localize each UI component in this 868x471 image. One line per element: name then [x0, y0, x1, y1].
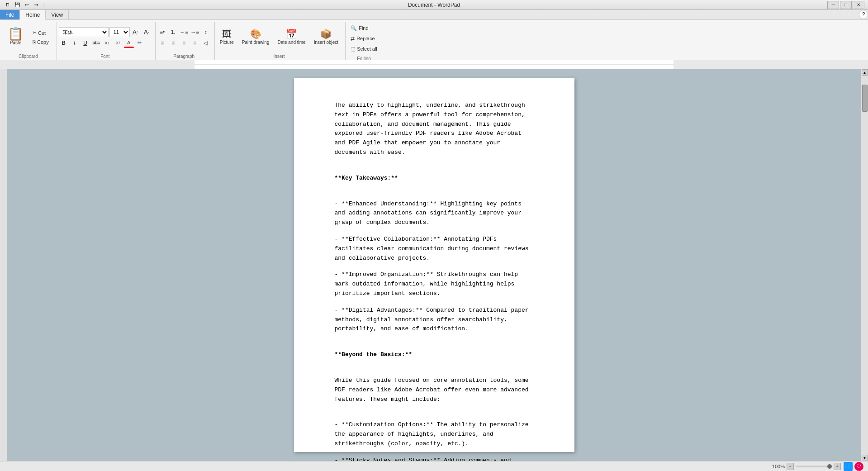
copy-label: Copy [37, 39, 49, 45]
scroll-down-button[interactable]: ▼ [862, 455, 868, 461]
select-icon: ⬚ [351, 46, 355, 52]
find-button[interactable]: 🔍 Find [347, 24, 380, 33]
para-row2: ≡ ≡ ≡ ≡ ◁ [157, 38, 211, 48]
insert-label: Insert [217, 54, 342, 60]
gap-5 [335, 411, 534, 420]
paragraph-digital: - **Digital Advantages:** Compared to tr… [335, 306, 534, 334]
scroll-thumb[interactable] [862, 85, 868, 112]
insert-buttons: 🖼 Picture 🎨 Paint drawing 📅 Date and tim… [217, 22, 342, 53]
gap-2 [335, 190, 534, 200]
zoom-out-button[interactable]: − [787, 463, 794, 470]
font-controls: 宋体 11 A+ A- B I U abc X₂ X² A ✏ [59, 22, 152, 53]
paste-button[interactable]: 📋 Paste [4, 22, 28, 51]
font-row2: B I U abc X₂ X² A ✏ [59, 38, 152, 48]
cut-button[interactable]: ✂ Cut [30, 29, 51, 37]
paint-button[interactable]: 🎨 Paint drawing [239, 24, 273, 51]
editing-controls: 🔍 Find ⇄ Replace ⬚ Select all [347, 22, 380, 55]
paint-icon: 🎨 [250, 29, 261, 38]
tabs-spacer [69, 10, 859, 19]
paragraph-label: Paragraph [157, 54, 211, 60]
picture-button[interactable]: 🖼 Picture [217, 24, 237, 51]
window-title: Document - WordPad [408, 2, 460, 8]
ruler-svg [194, 60, 674, 69]
zoom-thumb[interactable] [827, 464, 832, 469]
paste-label: Paste [10, 40, 22, 46]
strikethrough-button[interactable]: abc [91, 38, 101, 48]
title-bar-left: 🗒 💾 ↩ ↪ | [4, 1, 49, 9]
picture-icon: 🖼 [222, 29, 231, 38]
right-scrollbar[interactable]: ▲ ▼ [861, 69, 868, 461]
select-all-button[interactable]: ⬚ Select all [347, 44, 380, 53]
save-button[interactable]: 💾 [13, 1, 21, 9]
shrink-font-button[interactable]: A- [142, 27, 152, 37]
font-family-select[interactable]: 宋体 [59, 27, 109, 37]
grow-font-button[interactable]: A+ [131, 27, 141, 37]
replace-button[interactable]: ⇄ Replace [347, 34, 380, 43]
zoom-slider[interactable] [796, 466, 832, 467]
align-center-button[interactable]: ≡ [168, 38, 178, 48]
select-all-label: Select all [357, 46, 377, 52]
network-icon: 🌐 [844, 462, 853, 471]
decrease-indent-button[interactable]: ←≡ [179, 27, 189, 37]
font-size-select[interactable]: 11 [109, 27, 130, 37]
close-button[interactable]: ✕ [853, 1, 864, 9]
ribbon: File Home View ? 📋 Paste ✂ Cut ⎘ [0, 10, 868, 60]
superscript-button[interactable]: X² [113, 38, 123, 48]
copy-icon: ⎘ [33, 39, 36, 45]
align-left-button[interactable]: ≡ [157, 38, 167, 48]
redo-button[interactable]: ↪ [32, 1, 40, 9]
date-time-button[interactable]: 📅 Date and time [274, 24, 308, 51]
paragraph-sticky: - **Sticky Notes and Stamps:** Adding co… [335, 456, 534, 461]
font-label: Font [59, 54, 152, 60]
wordpad-icon[interactable]: 🗒 [4, 1, 12, 9]
content-area[interactable]: The ability to highlight, underline, and… [7, 69, 861, 461]
security-icon: 🛡 [854, 462, 863, 471]
align-right-button[interactable]: ≡ [179, 38, 189, 48]
tab-view[interactable]: View [46, 10, 69, 19]
ribbon-content: 📋 Paste ✂ Cut ⎘ Copy Clipboard [0, 20, 868, 60]
italic-button[interactable]: I [70, 38, 80, 48]
highlight-button[interactable]: ✏ [135, 38, 145, 48]
editing-group: 🔍 Find ⇄ Replace ⬚ Select all Editing [346, 22, 384, 60]
help-button[interactable]: ? [859, 10, 868, 19]
subscript-button[interactable]: X₂ [102, 38, 112, 48]
font-row1: 宋体 11 A+ A- [59, 27, 152, 37]
title-bar: 🗒 💾 ↩ ↪ | Document - WordPad ─ □ ✕ [0, 0, 868, 10]
clipboard-buttons: 📋 Paste ✂ Cut ⎘ Copy [4, 22, 53, 53]
tab-file[interactable]: File [0, 10, 20, 19]
increase-indent-button[interactable]: →≡ [190, 27, 200, 37]
scroll-track[interactable] [862, 76, 868, 455]
clipboard-group: 📋 Paste ✂ Cut ⎘ Copy Clipboard [2, 22, 57, 60]
replace-icon: ⇄ [351, 36, 355, 42]
paragraph-guide: While this guide focused on core annotat… [335, 376, 534, 404]
zoom-control: 100% − + [772, 463, 841, 470]
paragraph-beyond: **Beyond the Basics:** [335, 350, 534, 360]
ruler-inner [194, 60, 674, 69]
bold-button[interactable]: B [59, 38, 69, 48]
insert-object-button[interactable]: 📦 Insert object [311, 24, 342, 51]
document-page[interactable]: The ability to highlight, underline, and… [294, 78, 574, 452]
undo-button[interactable]: ↩ [23, 1, 31, 9]
rtl-button[interactable]: ◁ [201, 38, 211, 48]
paragraph-group: ≡• 1. ←≡ →≡ ↕ ≡ ≡ ≡ ≡ ◁ Paragraph [156, 22, 215, 60]
tab-home[interactable]: Home [20, 10, 46, 20]
bullets-button[interactable]: ≡• [157, 27, 167, 37]
para-row1: ≡• 1. ←≡ →≡ ↕ [157, 27, 211, 37]
insert-group: 🖼 Picture 🎨 Paint drawing 📅 Date and tim… [215, 22, 346, 60]
gap-3 [335, 341, 534, 350]
justify-button[interactable]: ≡ [190, 38, 200, 48]
maximize-button[interactable]: □ [840, 1, 852, 9]
gap-1 [335, 165, 534, 174]
numbering-button[interactable]: 1. [168, 27, 178, 37]
zoom-in-button[interactable]: + [834, 463, 841, 470]
replace-label: Replace [356, 36, 375, 41]
paste-icon: 📋 [8, 28, 24, 40]
copy-button[interactable]: ⎘ Copy [30, 38, 51, 46]
underline-button[interactable]: U [81, 38, 90, 48]
paragraph-customization: - **Customization Options:** The ability… [335, 420, 534, 448]
line-spacing-button[interactable]: ↕ [201, 27, 211, 37]
scroll-up-button[interactable]: ▲ [862, 69, 868, 76]
status-bar: 100% − + 🌐 🛡 [0, 461, 868, 471]
text-color-button[interactable]: A [124, 38, 134, 48]
minimize-button[interactable]: ─ [827, 1, 839, 9]
